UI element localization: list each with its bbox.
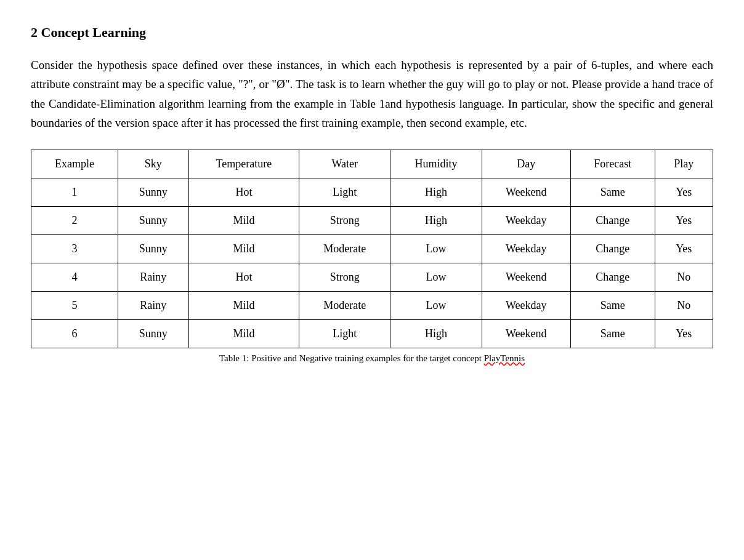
table-caption: Table 1: Positive and Negative training … (219, 353, 525, 364)
caption-concept: PlayTennis (484, 353, 525, 363)
table-cell: 1 (31, 178, 118, 207)
caption-text: Table 1: Positive and Negative training … (219, 353, 484, 363)
table-cell: Mild (188, 320, 299, 348)
table-cell: 4 (31, 263, 118, 292)
table-cell: Low (390, 235, 482, 263)
table-cell: 5 (31, 292, 118, 320)
table-cell: Change (571, 235, 655, 263)
table-cell: Weekday (482, 292, 571, 320)
table-cell: Sunny (118, 207, 188, 235)
table-header-cell: Forecast (571, 150, 655, 178)
table-cell: Yes (655, 320, 713, 348)
table-cell: Mild (188, 207, 299, 235)
table-cell: No (655, 263, 713, 292)
table-cell: Rainy (118, 263, 188, 292)
table-cell: No (655, 292, 713, 320)
table-cell: High (390, 178, 482, 207)
table-cell: Mild (188, 235, 299, 263)
table-cell: Weekday (482, 207, 571, 235)
table-cell: Strong (299, 263, 390, 292)
table-cell: Yes (655, 207, 713, 235)
table-header-cell: Day (482, 150, 571, 178)
table-cell: Low (390, 292, 482, 320)
table-cell: Mild (188, 292, 299, 320)
body-paragraph: Consider the hypothesis space defined ov… (31, 55, 713, 132)
table-cell: Strong (299, 207, 390, 235)
table-row: 6SunnyMildLightHighWeekendSameYes (31, 320, 713, 348)
table-cell: Same (571, 178, 655, 207)
table-row: 4RainyHotStrongLowWeekendChangeNo (31, 263, 713, 292)
data-table: ExampleSkyTemperatureWaterHumidityDayFor… (31, 150, 713, 348)
table-header-cell: Temperature (188, 150, 299, 178)
table-cell: Sunny (118, 235, 188, 263)
table-header-cell: Water (299, 150, 390, 178)
table-cell: 6 (31, 320, 118, 348)
table-cell: Sunny (118, 320, 188, 348)
table-cell: Sunny (118, 178, 188, 207)
table-header-cell: Example (31, 150, 118, 178)
table-cell: Moderate (299, 292, 390, 320)
table-cell: Change (571, 263, 655, 292)
table-cell: High (390, 320, 482, 348)
table-cell: Hot (188, 178, 299, 207)
table-header-cell: Sky (118, 150, 188, 178)
table-cell: Yes (655, 178, 713, 207)
table-row: 1SunnyHotLightHighWeekendSameYes (31, 178, 713, 207)
table-header-cell: Play (655, 150, 713, 178)
table-cell: High (390, 207, 482, 235)
table-cell: Light (299, 178, 390, 207)
table-cell: Weekend (482, 263, 571, 292)
table-header-cell: Humidity (390, 150, 482, 178)
table-cell: Same (571, 292, 655, 320)
table-cell: Hot (188, 263, 299, 292)
table-cell: Yes (655, 235, 713, 263)
table-cell: Moderate (299, 235, 390, 263)
table-cell: Light (299, 320, 390, 348)
table-row: 5RainyMildModerateLowWeekdaySameNo (31, 292, 713, 320)
table-cell: Rainy (118, 292, 188, 320)
table-cell: 3 (31, 235, 118, 263)
table-cell: Change (571, 207, 655, 235)
table-cell: Same (571, 320, 655, 348)
table-row: 2SunnyMildStrongHighWeekdayChangeYes (31, 207, 713, 235)
table-cell: Weekend (482, 178, 571, 207)
section-title: 2 Concept Learning (31, 25, 713, 41)
table-cell: Weekend (482, 320, 571, 348)
table-cell: Low (390, 263, 482, 292)
table-container: ExampleSkyTemperatureWaterHumidityDayFor… (31, 150, 713, 364)
table-cell: Weekday (482, 235, 571, 263)
table-row: 3SunnyMildModerateLowWeekdayChangeYes (31, 235, 713, 263)
table-cell: 2 (31, 207, 118, 235)
